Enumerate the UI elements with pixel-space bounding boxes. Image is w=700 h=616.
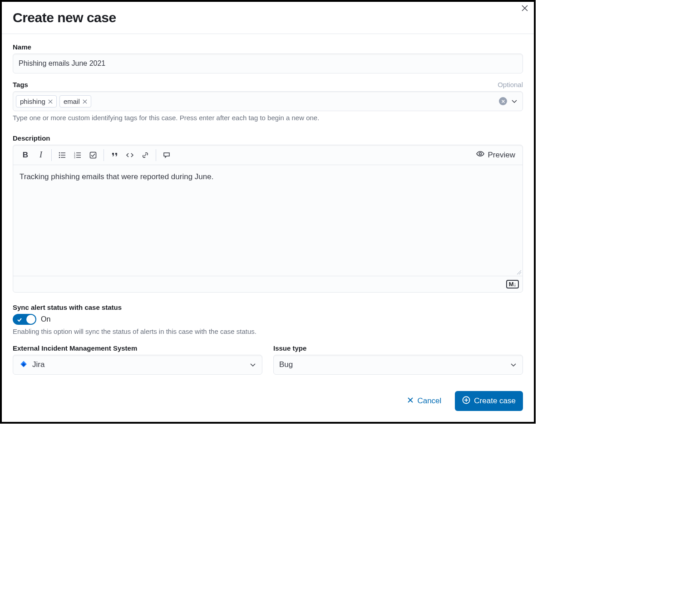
sync-state-label: On <box>41 315 50 323</box>
chevron-down-icon <box>510 361 517 368</box>
bold-button[interactable]: B <box>18 148 33 162</box>
quote-button[interactable] <box>107 148 122 162</box>
tags-help: Type one or more custom identifying tags… <box>13 114 523 122</box>
checklist-button[interactable] <box>85 148 101 162</box>
preview-button[interactable]: Preview <box>473 150 518 160</box>
italic-button[interactable]: I <box>33 148 49 162</box>
description-field: Description B I 123 <box>13 134 523 293</box>
editor-toolbar: B I 123 <box>13 145 523 165</box>
external-label: External Incident Management System <box>13 344 137 352</box>
sync-toggle[interactable] <box>13 314 36 325</box>
svg-line-22 <box>517 270 521 274</box>
tags-input[interactable]: phishing email <box>13 91 523 111</box>
plus-circle-icon <box>462 396 470 406</box>
external-row: External Incident Management System Jira <box>13 344 523 375</box>
eye-icon <box>476 150 484 160</box>
description-editor: B I 123 <box>13 145 523 293</box>
issue-type-select[interactable]: Bug <box>273 355 523 375</box>
svg-point-8 <box>59 152 60 153</box>
code-button[interactable] <box>122 148 138 162</box>
preview-label: Preview <box>488 151 515 160</box>
svg-point-12 <box>59 156 60 158</box>
modal-body: Name Tags Optional phishing <box>2 34 534 422</box>
svg-rect-19 <box>76 157 81 157</box>
link-button[interactable] <box>138 148 153 162</box>
name-input[interactable] <box>13 54 523 73</box>
toolbar-divider <box>104 149 104 161</box>
toolbar-divider <box>156 149 156 161</box>
chevron-down-icon[interactable] <box>511 98 518 105</box>
issue-type-value: Bug <box>279 360 293 369</box>
jira-icon <box>19 360 29 370</box>
svg-rect-17 <box>76 155 81 155</box>
svg-rect-15 <box>76 152 81 153</box>
tag-label: phishing <box>20 98 45 105</box>
close-icon[interactable] <box>521 5 530 14</box>
create-label: Create case <box>474 396 516 406</box>
remove-tag-icon[interactable] <box>83 98 87 105</box>
name-label: Name <box>13 43 31 51</box>
tags-label: Tags <box>13 81 28 88</box>
sync-help: Enabling this option will sync the statu… <box>13 328 523 335</box>
ordered-list-button[interactable]: 123 <box>70 148 85 162</box>
sync-section: Sync alert status with case status On En… <box>13 303 523 335</box>
remove-tag-icon[interactable] <box>48 98 53 105</box>
description-textarea[interactable] <box>13 165 523 274</box>
bullet-list-button[interactable] <box>54 148 70 162</box>
modal-title: Create new case <box>13 10 523 25</box>
markdown-icon[interactable]: M↓ <box>506 280 519 288</box>
modal-footer: Cancel Create case <box>13 375 523 411</box>
svg-text:3: 3 <box>74 156 75 159</box>
tag-label: email <box>64 98 80 105</box>
cancel-label: Cancel <box>417 396 441 406</box>
toolbar-divider <box>51 149 52 161</box>
close-icon <box>407 396 414 406</box>
modal-create-case: Create new case Name Tags Optional phish… <box>0 0 536 424</box>
modal-header: Create new case <box>2 2 534 34</box>
svg-rect-20 <box>90 152 96 158</box>
svg-rect-11 <box>61 155 65 155</box>
check-icon <box>17 316 22 324</box>
clear-tags-icon[interactable] <box>499 97 507 105</box>
svg-point-21 <box>479 153 481 155</box>
comment-button[interactable] <box>159 148 174 162</box>
external-select[interactable]: Jira <box>13 355 262 375</box>
issue-type-label: Issue type <box>273 344 306 352</box>
tags-field: Tags Optional phishing email <box>13 81 523 122</box>
create-case-button[interactable]: Create case <box>455 391 523 411</box>
chevron-down-icon <box>249 361 256 368</box>
tag-pill[interactable]: phishing <box>16 95 57 108</box>
cancel-button[interactable]: Cancel <box>400 391 449 411</box>
svg-point-10 <box>59 154 60 156</box>
tag-pill[interactable]: email <box>59 95 91 108</box>
svg-rect-13 <box>61 157 65 157</box>
editor-footer: M↓ <box>13 276 523 292</box>
tags-optional: Optional <box>498 81 523 88</box>
external-value: Jira <box>32 360 44 369</box>
description-label: Description <box>13 134 50 142</box>
svg-rect-9 <box>61 152 65 153</box>
sync-label: Sync alert status with case status <box>13 303 523 311</box>
name-field: Name <box>13 43 523 73</box>
